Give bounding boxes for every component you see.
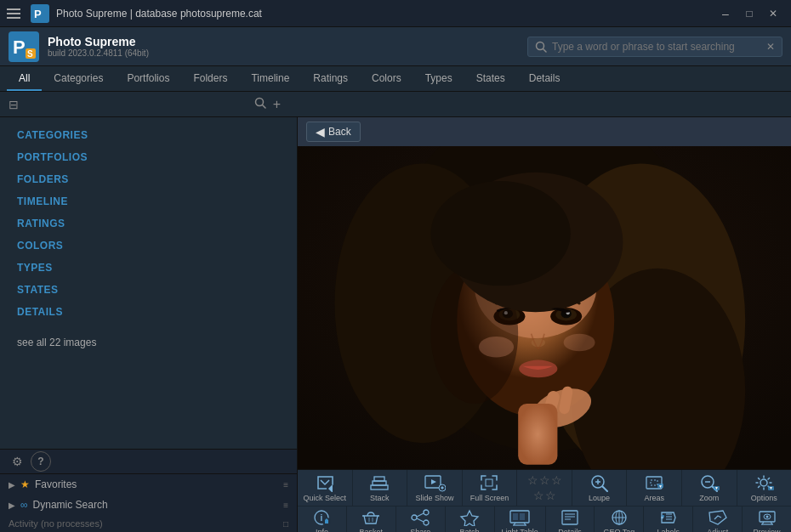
adjust-icon: [708, 509, 728, 526]
maximize-button[interactable]: □: [738, 5, 760, 22]
share-button[interactable]: Share: [396, 507, 446, 532]
svg-line-71: [417, 518, 424, 522]
sidebar-item-colors[interactable]: COLORS: [0, 235, 297, 257]
areas-button[interactable]: ▼ Areas: [627, 470, 682, 506]
sidebar-item-ratings[interactable]: RATINGS: [0, 212, 297, 235]
batch-button[interactable]: Batch: [446, 507, 495, 532]
sidebar-item-details[interactable]: DETAILS: [0, 301, 297, 323]
tab-folders[interactable]: Folders: [181, 66, 239, 91]
minimize-button[interactable]: –: [714, 5, 737, 22]
stack-button[interactable]: Stack: [353, 470, 408, 506]
tab-types[interactable]: Types: [413, 66, 464, 91]
sidebar-item-portfolios[interactable]: PORTFOLIOS: [0, 146, 297, 168]
tab-ratings[interactable]: Ratings: [301, 66, 360, 91]
back-arrow-icon: ◀: [316, 125, 325, 139]
basket-label: Basket: [360, 528, 384, 532]
svg-rect-51: [651, 480, 657, 485]
filter-icon[interactable]: ⊟: [9, 98, 19, 111]
svg-marker-72: [461, 511, 478, 526]
activity-label: Activity (no processes): [9, 518, 103, 529]
loupe-button[interactable]: Loupe: [572, 470, 628, 506]
sidebar-item-timeline[interactable]: TIMELINE: [0, 190, 297, 212]
titlebar: P Photo Supreme | database photosupreme.…: [0, 0, 791, 27]
svg-point-68: [412, 515, 417, 520]
window-controls: – □ ✕: [714, 5, 784, 22]
see-all-link[interactable]: see all 22 images: [0, 323, 297, 362]
dynamic-search-item[interactable]: ▶ ∞ Dynamic Search ≡: [0, 495, 297, 515]
tab-all[interactable]: All: [7, 66, 42, 91]
link-icon: ∞: [20, 499, 28, 511]
labels-button[interactable]: Labels: [644, 507, 693, 532]
app-icon: P: [31, 4, 49, 23]
svg-line-47: [602, 487, 607, 492]
menu-hamburger[interactable]: [7, 5, 24, 22]
stack-icon: [369, 473, 390, 492]
sidebar-item-folders[interactable]: FOLDERS: [0, 168, 297, 190]
adjust-label: Adjust: [707, 528, 728, 532]
batch-icon: [459, 509, 480, 526]
svg-line-9: [262, 105, 265, 109]
labels-icon: [658, 509, 679, 526]
back-button[interactable]: ◀ Back: [306, 122, 361, 142]
search-input[interactable]: [552, 41, 761, 53]
svg-rect-30: [518, 404, 557, 465]
details-button[interactable]: Details: [546, 507, 595, 532]
light-table-button[interactable]: Light Table: [495, 507, 546, 532]
share-label: Share: [410, 528, 430, 532]
favorites-menu-icon[interactable]: ≡: [283, 480, 288, 490]
favorites-label: Favorites: [35, 478, 77, 490]
sidebar-item-types[interactable]: TYPES: [0, 257, 297, 279]
geo-tag-button[interactable]: GEO Tag: [595, 507, 644, 532]
tab-bar: All Categories Portfolios Folders Timeli…: [0, 66, 791, 92]
expand-icon-2: ▶: [9, 501, 15, 510]
tab-details[interactable]: Details: [517, 66, 572, 91]
adjust-button[interactable]: Adjust: [693, 507, 743, 532]
svg-line-70: [417, 513, 424, 517]
info-button[interactable]: i Info: [298, 507, 347, 532]
settings-icon[interactable]: ⚙: [7, 451, 27, 472]
info-label: Info: [316, 528, 328, 532]
options-button[interactable]: ▼ Options: [737, 470, 792, 506]
svg-rect-45: [486, 479, 492, 486]
close-button[interactable]: ✕: [762, 5, 784, 22]
svg-rect-74: [513, 513, 518, 520]
geo-tag-icon: [609, 509, 629, 526]
slideshow-button[interactable]: Slide Show: [407, 470, 463, 506]
svg-line-7: [543, 48, 547, 52]
quick-select-button[interactable]: Quick Select: [298, 470, 353, 506]
search-sidebar-icon[interactable]: [254, 97, 266, 111]
svg-rect-75: [520, 513, 525, 520]
search-close-icon[interactable]: ✕: [766, 41, 775, 53]
tab-timeline[interactable]: Timeline: [239, 66, 301, 91]
zoom-icon: ▼: [699, 473, 720, 492]
svg-point-35: [564, 334, 595, 352]
basket-button[interactable]: Basket: [347, 507, 396, 532]
back-bar: ◀ Back: [298, 117, 791, 146]
areas-icon: ▼: [644, 473, 664, 492]
tab-colors[interactable]: Colors: [360, 66, 413, 91]
rating-stars[interactable]: ☆ ☆ ☆ ☆ ☆: [517, 470, 572, 506]
dynamic-search-menu-icon[interactable]: ≡: [283, 501, 288, 510]
favorites-item[interactable]: ▶ ★ Favorites ≡: [0, 474, 297, 495]
tab-states[interactable]: States: [464, 66, 517, 91]
app-logo: P S: [9, 31, 39, 62]
app-build: build 2023.0.2.4811 (64bit): [48, 48, 149, 58]
expand-icon: ▶: [9, 480, 15, 490]
tab-categories[interactable]: Categories: [42, 66, 115, 91]
add-icon[interactable]: +: [273, 97, 281, 112]
tab-portfolios[interactable]: Portfolios: [115, 66, 181, 91]
back-label: Back: [328, 126, 351, 138]
svg-point-59: [760, 479, 767, 486]
svg-point-34: [479, 337, 514, 358]
zoom-button[interactable]: ▼ Zoom: [682, 470, 737, 506]
slideshow-icon: [424, 473, 446, 492]
help-icon[interactable]: ?: [31, 451, 51, 472]
details-btn-label: Details: [558, 528, 582, 532]
sidebar-item-states[interactable]: STATES: [0, 279, 297, 301]
fullscreen-button[interactable]: Full Screen: [463, 470, 518, 506]
activity-icon: □: [283, 519, 288, 529]
window-title: Photo Supreme | database photosupreme.ca…: [56, 8, 708, 20]
svg-point-67: [424, 510, 429, 515]
sidebar-item-categories[interactable]: CATEGORIES: [0, 124, 297, 146]
preview-button[interactable]: Preview: [743, 507, 791, 532]
